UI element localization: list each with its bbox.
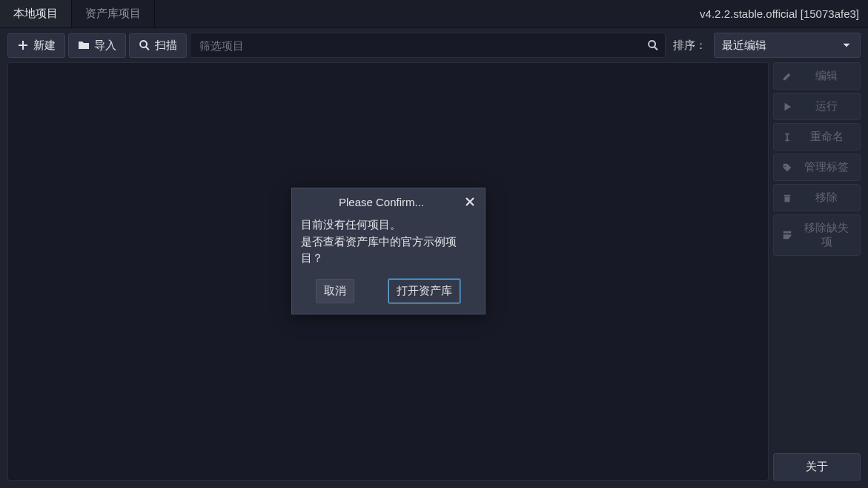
new-button-label: 新建 [33, 39, 56, 53]
rename-label: 重命名 [801, 130, 852, 144]
confirm-dialog: Please Confirm... 目前没有任何项目。 是否查看资产库中的官方示… [291, 188, 486, 314]
sort-selected-value: 最近编辑 [722, 39, 766, 53]
main-area: Please Confirm... 目前没有任何项目。 是否查看资产库中的官方示… [0, 62, 868, 488]
project-list: Please Confirm... 目前没有任何项目。 是否查看资产库中的官方示… [7, 62, 769, 481]
edit-button[interactable]: 编辑 [773, 62, 861, 90]
manage-tags-button[interactable]: 管理标签 [773, 154, 861, 181]
tabs: 本地项目 资产库项目 [0, 0, 155, 27]
filter-input-wrap[interactable] [190, 33, 666, 58]
remove-label: 移除 [801, 191, 852, 205]
top-bar: 本地项目 资产库项目 v4.2.2.stable.official [15073… [0, 0, 868, 28]
plus-icon [17, 39, 29, 51]
tab-local-projects[interactable]: 本地项目 [0, 0, 72, 27]
open-asset-library-button[interactable]: 打开资产库 [388, 279, 460, 303]
about-label: 关于 [781, 460, 852, 474]
close-icon [463, 196, 477, 208]
toolbar: 新建 导入 扫描 排序： 最近编辑 [0, 28, 868, 62]
remove-button[interactable]: 移除 [773, 184, 861, 211]
play-icon [781, 101, 793, 113]
dialog-actions: 取消 打开资产库 [292, 274, 485, 314]
dialog-titlebar: Please Confirm... [292, 188, 485, 214]
edit-label: 编辑 [801, 69, 852, 83]
close-button[interactable] [463, 194, 477, 209]
dialog-body: 目前没有任何项目。 是否查看资产库中的官方示例项目？ [292, 214, 485, 274]
rename-button[interactable]: 重命名 [773, 123, 861, 151]
dialog-title-text: Please Confirm... [301, 196, 463, 208]
version-label: v4.2.2.stable.official [15073afe3] [700, 7, 868, 20]
folder-icon [78, 39, 90, 51]
import-button-label: 导入 [94, 39, 116, 53]
run-button[interactable]: 运行 [773, 93, 861, 120]
pencil-icon [781, 70, 793, 82]
text-cursor-icon [781, 131, 793, 143]
sidebar: 编辑 运行 重命名 管理标签 [773, 62, 861, 481]
import-button[interactable]: 导入 [68, 33, 126, 58]
filter-input[interactable] [196, 35, 647, 56]
dialog-overlay: Please Confirm... 目前没有任何项目。 是否查看资产库中的官方示… [8, 63, 768, 480]
sort-label: 排序： [669, 39, 711, 53]
tag-icon [781, 162, 793, 174]
dialog-line2: 是否查看资产库中的官方示例项目？ [301, 234, 476, 267]
manage-tags-label: 管理标签 [801, 160, 852, 174]
remove-missing-button[interactable]: 移除缺失项 [773, 214, 861, 256]
search-icon [139, 39, 150, 51]
chevron-down-icon [841, 39, 852, 51]
scan-button-label: 扫描 [155, 39, 177, 53]
about-button[interactable]: 关于 [773, 453, 861, 481]
cancel-button[interactable]: 取消 [316, 279, 354, 303]
sort-select[interactable]: 最近编辑 [714, 33, 861, 58]
dialog-line1: 目前没有任何项目。 [301, 217, 476, 234]
search-icon [647, 39, 659, 51]
new-button[interactable]: 新建 [7, 33, 65, 58]
trash-icon [781, 192, 793, 204]
remove-missing-icon [781, 229, 793, 241]
run-label: 运行 [801, 99, 852, 113]
scan-button[interactable]: 扫描 [129, 33, 187, 58]
remove-missing-label: 移除缺失项 [801, 221, 852, 249]
tab-asset-library-projects[interactable]: 资产库项目 [72, 0, 155, 27]
